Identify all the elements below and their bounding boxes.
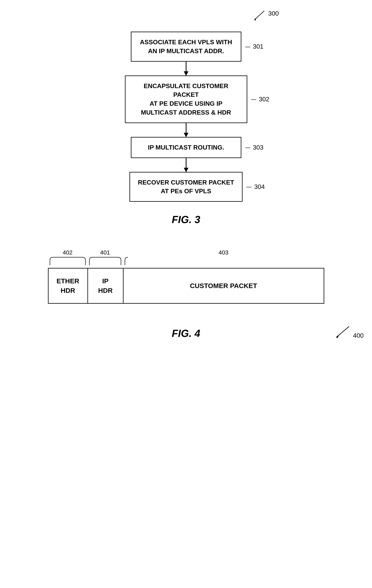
fig4-title: FIG. 4 [48, 327, 324, 339]
ref-400-group: 400 [333, 326, 363, 339]
brace-403-icon [123, 256, 324, 266]
brace-403-label: 403 [219, 249, 228, 256]
brace-304-icon [246, 185, 252, 189]
ref-300-group: 300 [251, 10, 279, 22]
svg-line-6 [336, 326, 349, 337]
ref-304-label: 304 [246, 183, 265, 190]
flow-arrow-2 [186, 123, 187, 137]
cell-customer-packet: CUSTOMER PACKET [123, 269, 324, 303]
flow-step-304: RECOVER CUSTOMER PACKETAT PEs OF VPLS 30… [130, 172, 243, 202]
ref-301-label: 301 [245, 43, 263, 50]
packet-row: ETHERHDR IPHDR CUSTOMER PACKET [48, 268, 324, 304]
flow-box-304: RECOVER CUSTOMER PACKETAT PEs OF VPLS [130, 172, 243, 202]
brace-402-label: 402 [62, 249, 72, 256]
packet-diagram: 402 401 403 [48, 249, 324, 304]
flow-step-302: ENCAPSULATE CUSTOMER PACKETAT PE DEVICE … [125, 75, 247, 123]
fig3-container: 300 ASSOCIATE EACH VPLS WITHAN IP MULTIC… [97, 24, 275, 225]
cell-ether-hdr: ETHERHDR [49, 269, 88, 303]
brace-301-icon [245, 45, 251, 49]
page: 300 ASSOCIATE EACH VPLS WITHAN IP MULTIC… [0, 0, 372, 588]
brace-401-icon [87, 256, 123, 266]
flow-step-303: IP MULTICAST ROUTING. 303 [131, 137, 241, 158]
flow-step-301: ASSOCIATE EACH VPLS WITHAN IP MULTICAST … [131, 32, 241, 62]
ref-400-label: 400 [353, 332, 363, 339]
flow-box-302: ENCAPSULATE CUSTOMER PACKETAT PE DEVICE … [125, 75, 247, 123]
flow-arrow-1 [186, 62, 187, 75]
fig3-title: FIG. 3 [97, 214, 275, 225]
brace-labels-row: 402 401 403 [48, 249, 324, 267]
brace-403-group: 403 [123, 249, 324, 266]
brace-401-label: 401 [100, 249, 110, 256]
brace-302-icon [251, 98, 257, 102]
flow-box-303: IP MULTICAST ROUTING. [131, 137, 241, 158]
brace-402-group: 402 [48, 249, 87, 266]
arrow-400-icon [333, 326, 351, 339]
ref-300-label: 300 [268, 10, 279, 17]
flow-arrow-3 [186, 158, 187, 172]
flowchart: ASSOCIATE EACH VPLS WITHAN IP MULTICAST … [97, 24, 275, 202]
cell-ip-hdr: IPHDR [88, 269, 123, 303]
brace-402-icon [48, 256, 87, 266]
brace-401-group: 401 [87, 249, 123, 266]
ref-302-label: 302 [251, 96, 269, 103]
brace-303-icon [245, 146, 251, 150]
ref-303-label: 303 [245, 144, 263, 151]
fig4-container: 402 401 403 [48, 249, 324, 339]
arrow-300-icon [251, 10, 266, 22]
flow-box-301: ASSOCIATE EACH VPLS WITHAN IP MULTICAST … [131, 32, 241, 62]
